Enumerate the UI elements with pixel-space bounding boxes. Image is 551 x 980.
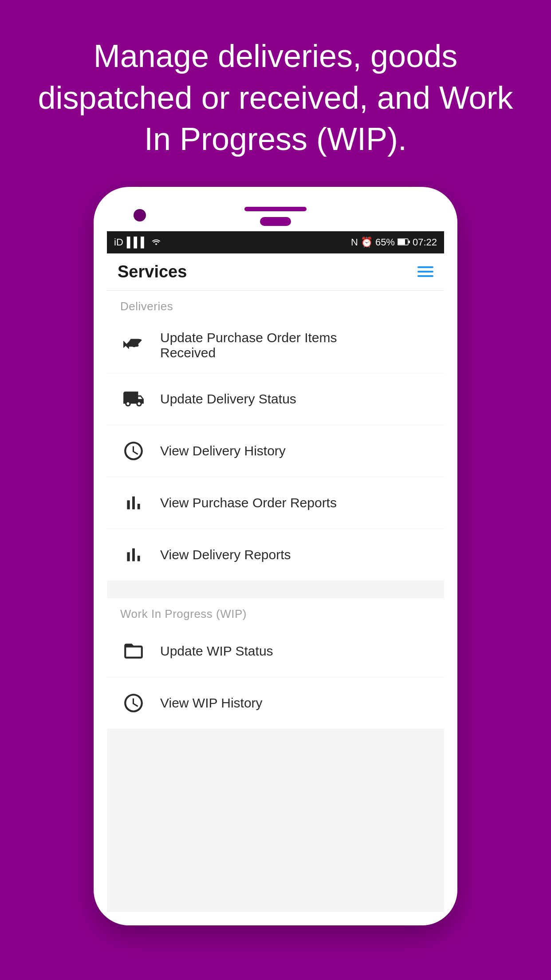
chart-bar-icon-po-reports bbox=[120, 490, 147, 516]
menu-item-view-po-reports-label: View Purchase Order Reports bbox=[160, 495, 337, 510]
menu-item-update-po-items-label: Update Purchase Order Items bbox=[160, 330, 337, 345]
wifi-icon bbox=[151, 237, 161, 248]
nfc-label: N bbox=[351, 237, 358, 248]
status-left: iD ▌▌▌ bbox=[114, 237, 161, 248]
time-label: 07:22 bbox=[413, 237, 437, 248]
menu-item-view-wip-history[interactable]: View WIP History bbox=[107, 677, 444, 729]
menu-item-update-po-items[interactable]: Update Purchase Order Items Received bbox=[107, 318, 444, 373]
hamburger-menu-button[interactable] bbox=[417, 266, 433, 277]
battery-icon bbox=[398, 237, 410, 248]
carrier-label: iD bbox=[114, 237, 123, 248]
menu-item-update-delivery-status-label: Update Delivery Status bbox=[160, 391, 296, 407]
menu-item-update-delivery-status[interactable]: Update Delivery Status bbox=[107, 373, 444, 425]
menu-item-view-delivery-reports[interactable]: View Delivery Reports bbox=[107, 529, 444, 581]
phone-bezel-top bbox=[107, 200, 444, 213]
deliveries-section: Deliveries Update Purchase Order Items R… bbox=[107, 291, 444, 581]
menu-item-view-delivery-history-label: View Delivery History bbox=[160, 443, 286, 458]
truck-icon bbox=[120, 386, 147, 412]
app-title: Services bbox=[118, 262, 187, 281]
status-bar: iD ▌▌▌ N ⏰ 65% 07:22 bbox=[107, 231, 444, 253]
alarm-icon: ⏰ bbox=[361, 237, 373, 248]
battery-percent: 65% bbox=[375, 237, 395, 248]
menu-item-view-delivery-history[interactable]: View Delivery History bbox=[107, 425, 444, 477]
deliveries-section-header: Deliveries bbox=[107, 291, 444, 318]
menu-item-view-delivery-reports-label: View Delivery Reports bbox=[160, 547, 291, 562]
signal-icon: ▌▌▌ bbox=[127, 237, 148, 248]
folder-open-icon bbox=[120, 638, 147, 664]
reply-all-icon bbox=[120, 332, 147, 359]
clock-icon-delivery-history bbox=[120, 438, 147, 464]
section-gap bbox=[107, 589, 444, 598]
menu-item-update-wip-status[interactable]: Update WIP Status bbox=[107, 625, 444, 677]
content-area: Deliveries Update Purchase Order Items R… bbox=[107, 291, 444, 912]
app-header: Services bbox=[107, 253, 444, 291]
menu-item-view-wip-history-label: View WIP History bbox=[160, 695, 263, 711]
menu-item-update-wip-status-label: Update WIP Status bbox=[160, 644, 273, 659]
wip-section-header: Work In Progress (WIP) bbox=[107, 598, 444, 625]
menu-item-update-po-items-label2: Received bbox=[160, 345, 337, 360]
status-right: N ⏰ 65% 07:22 bbox=[351, 237, 437, 248]
svg-rect-2 bbox=[409, 241, 410, 243]
wip-section: Work In Progress (WIP) Update WIP Status bbox=[107, 598, 444, 729]
clock-icon-wip-history bbox=[120, 690, 147, 716]
svg-rect-1 bbox=[398, 239, 405, 245]
phone-frame: iD ▌▌▌ N ⏰ 65% 07:22 Services bbox=[94, 187, 457, 925]
chart-bar-icon-delivery-reports bbox=[120, 541, 147, 568]
phone-camera bbox=[134, 209, 146, 221]
menu-item-view-po-reports[interactable]: View Purchase Order Reports bbox=[107, 477, 444, 529]
phone-home-indicator bbox=[260, 217, 291, 226]
phone-speaker bbox=[244, 207, 307, 211]
header-text: Manage deliveries, goods dispatched or r… bbox=[0, 0, 551, 187]
